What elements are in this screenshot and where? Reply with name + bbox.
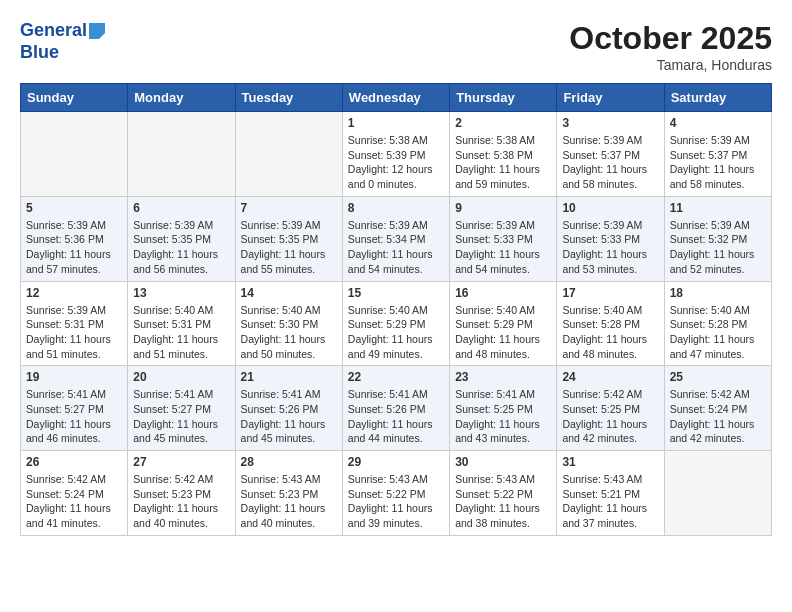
calendar-cell: 22Sunrise: 5:41 AM Sunset: 5:26 PM Dayli… (342, 366, 449, 451)
calendar-cell: 16Sunrise: 5:40 AM Sunset: 5:29 PM Dayli… (450, 281, 557, 366)
calendar-cell: 5Sunrise: 5:39 AM Sunset: 5:36 PM Daylig… (21, 196, 128, 281)
svg-marker-0 (89, 23, 105, 39)
calendar-cell: 18Sunrise: 5:40 AM Sunset: 5:28 PM Dayli… (664, 281, 771, 366)
month-title: October 2025 (569, 20, 772, 57)
calendar-cell: 8Sunrise: 5:39 AM Sunset: 5:34 PM Daylig… (342, 196, 449, 281)
weekday-header-row: SundayMondayTuesdayWednesdayThursdayFrid… (21, 84, 772, 112)
day-info: Sunrise: 5:39 AM Sunset: 5:34 PM Dayligh… (348, 218, 444, 277)
day-info: Sunrise: 5:39 AM Sunset: 5:37 PM Dayligh… (562, 133, 658, 192)
calendar-cell: 24Sunrise: 5:42 AM Sunset: 5:25 PM Dayli… (557, 366, 664, 451)
weekday-header: Wednesday (342, 84, 449, 112)
calendar-cell: 17Sunrise: 5:40 AM Sunset: 5:28 PM Dayli… (557, 281, 664, 366)
calendar-cell (235, 112, 342, 197)
day-number: 29 (348, 455, 444, 469)
calendar-cell: 20Sunrise: 5:41 AM Sunset: 5:27 PM Dayli… (128, 366, 235, 451)
day-number: 19 (26, 370, 122, 384)
day-info: Sunrise: 5:39 AM Sunset: 5:36 PM Dayligh… (26, 218, 122, 277)
day-info: Sunrise: 5:40 AM Sunset: 5:29 PM Dayligh… (348, 303, 444, 362)
calendar-cell: 28Sunrise: 5:43 AM Sunset: 5:23 PM Dayli… (235, 451, 342, 536)
weekday-header: Monday (128, 84, 235, 112)
day-info: Sunrise: 5:43 AM Sunset: 5:23 PM Dayligh… (241, 472, 337, 531)
logo-icon (89, 23, 105, 39)
logo-blue: Blue (20, 42, 105, 64)
day-number: 10 (562, 201, 658, 215)
day-number: 11 (670, 201, 766, 215)
calendar-cell: 14Sunrise: 5:40 AM Sunset: 5:30 PM Dayli… (235, 281, 342, 366)
calendar-cell: 1Sunrise: 5:38 AM Sunset: 5:39 PM Daylig… (342, 112, 449, 197)
weekday-header: Tuesday (235, 84, 342, 112)
day-info: Sunrise: 5:39 AM Sunset: 5:31 PM Dayligh… (26, 303, 122, 362)
day-number: 24 (562, 370, 658, 384)
title-area: October 2025 Tamara, Honduras (569, 20, 772, 73)
calendar-cell: 12Sunrise: 5:39 AM Sunset: 5:31 PM Dayli… (21, 281, 128, 366)
day-info: Sunrise: 5:43 AM Sunset: 5:22 PM Dayligh… (348, 472, 444, 531)
day-info: Sunrise: 5:39 AM Sunset: 5:33 PM Dayligh… (455, 218, 551, 277)
day-info: Sunrise: 5:41 AM Sunset: 5:25 PM Dayligh… (455, 387, 551, 446)
day-info: Sunrise: 5:39 AM Sunset: 5:37 PM Dayligh… (670, 133, 766, 192)
day-number: 31 (562, 455, 658, 469)
calendar-cell: 4Sunrise: 5:39 AM Sunset: 5:37 PM Daylig… (664, 112, 771, 197)
calendar-cell: 11Sunrise: 5:39 AM Sunset: 5:32 PM Dayli… (664, 196, 771, 281)
logo: General Blue (20, 20, 105, 63)
day-info: Sunrise: 5:39 AM Sunset: 5:35 PM Dayligh… (241, 218, 337, 277)
day-info: Sunrise: 5:43 AM Sunset: 5:22 PM Dayligh… (455, 472, 551, 531)
day-number: 1 (348, 116, 444, 130)
day-info: Sunrise: 5:40 AM Sunset: 5:28 PM Dayligh… (562, 303, 658, 362)
day-number: 3 (562, 116, 658, 130)
day-info: Sunrise: 5:42 AM Sunset: 5:25 PM Dayligh… (562, 387, 658, 446)
calendar-cell: 23Sunrise: 5:41 AM Sunset: 5:25 PM Dayli… (450, 366, 557, 451)
day-number: 22 (348, 370, 444, 384)
calendar-week-row: 1Sunrise: 5:38 AM Sunset: 5:39 PM Daylig… (21, 112, 772, 197)
day-number: 7 (241, 201, 337, 215)
day-number: 14 (241, 286, 337, 300)
calendar-cell: 30Sunrise: 5:43 AM Sunset: 5:22 PM Dayli… (450, 451, 557, 536)
day-info: Sunrise: 5:38 AM Sunset: 5:39 PM Dayligh… (348, 133, 444, 192)
day-number: 15 (348, 286, 444, 300)
day-info: Sunrise: 5:40 AM Sunset: 5:31 PM Dayligh… (133, 303, 229, 362)
day-number: 30 (455, 455, 551, 469)
day-number: 9 (455, 201, 551, 215)
day-info: Sunrise: 5:39 AM Sunset: 5:32 PM Dayligh… (670, 218, 766, 277)
day-number: 4 (670, 116, 766, 130)
calendar-week-row: 19Sunrise: 5:41 AM Sunset: 5:27 PM Dayli… (21, 366, 772, 451)
day-number: 18 (670, 286, 766, 300)
day-info: Sunrise: 5:42 AM Sunset: 5:24 PM Dayligh… (670, 387, 766, 446)
weekday-header: Saturday (664, 84, 771, 112)
calendar-week-row: 12Sunrise: 5:39 AM Sunset: 5:31 PM Dayli… (21, 281, 772, 366)
calendar-cell: 21Sunrise: 5:41 AM Sunset: 5:26 PM Dayli… (235, 366, 342, 451)
page-header: General Blue October 2025 Tamara, Hondur… (20, 20, 772, 73)
day-info: Sunrise: 5:42 AM Sunset: 5:23 PM Dayligh… (133, 472, 229, 531)
weekday-header: Thursday (450, 84, 557, 112)
day-number: 8 (348, 201, 444, 215)
day-number: 16 (455, 286, 551, 300)
calendar-cell (128, 112, 235, 197)
calendar-cell: 10Sunrise: 5:39 AM Sunset: 5:33 PM Dayli… (557, 196, 664, 281)
calendar-cell: 13Sunrise: 5:40 AM Sunset: 5:31 PM Dayli… (128, 281, 235, 366)
day-number: 6 (133, 201, 229, 215)
calendar-cell: 6Sunrise: 5:39 AM Sunset: 5:35 PM Daylig… (128, 196, 235, 281)
calendar-cell: 31Sunrise: 5:43 AM Sunset: 5:21 PM Dayli… (557, 451, 664, 536)
day-number: 17 (562, 286, 658, 300)
day-number: 27 (133, 455, 229, 469)
calendar-cell (664, 451, 771, 536)
calendar-cell (21, 112, 128, 197)
calendar-week-row: 5Sunrise: 5:39 AM Sunset: 5:36 PM Daylig… (21, 196, 772, 281)
day-number: 2 (455, 116, 551, 130)
calendar-cell: 2Sunrise: 5:38 AM Sunset: 5:38 PM Daylig… (450, 112, 557, 197)
day-number: 28 (241, 455, 337, 469)
day-number: 20 (133, 370, 229, 384)
calendar-cell: 29Sunrise: 5:43 AM Sunset: 5:22 PM Dayli… (342, 451, 449, 536)
day-info: Sunrise: 5:40 AM Sunset: 5:28 PM Dayligh… (670, 303, 766, 362)
location-subtitle: Tamara, Honduras (569, 57, 772, 73)
weekday-header: Sunday (21, 84, 128, 112)
day-info: Sunrise: 5:43 AM Sunset: 5:21 PM Dayligh… (562, 472, 658, 531)
day-number: 12 (26, 286, 122, 300)
day-number: 23 (455, 370, 551, 384)
calendar-cell: 19Sunrise: 5:41 AM Sunset: 5:27 PM Dayli… (21, 366, 128, 451)
calendar-cell: 7Sunrise: 5:39 AM Sunset: 5:35 PM Daylig… (235, 196, 342, 281)
day-number: 21 (241, 370, 337, 384)
day-info: Sunrise: 5:42 AM Sunset: 5:24 PM Dayligh… (26, 472, 122, 531)
calendar-cell: 27Sunrise: 5:42 AM Sunset: 5:23 PM Dayli… (128, 451, 235, 536)
calendar-week-row: 26Sunrise: 5:42 AM Sunset: 5:24 PM Dayli… (21, 451, 772, 536)
day-number: 5 (26, 201, 122, 215)
